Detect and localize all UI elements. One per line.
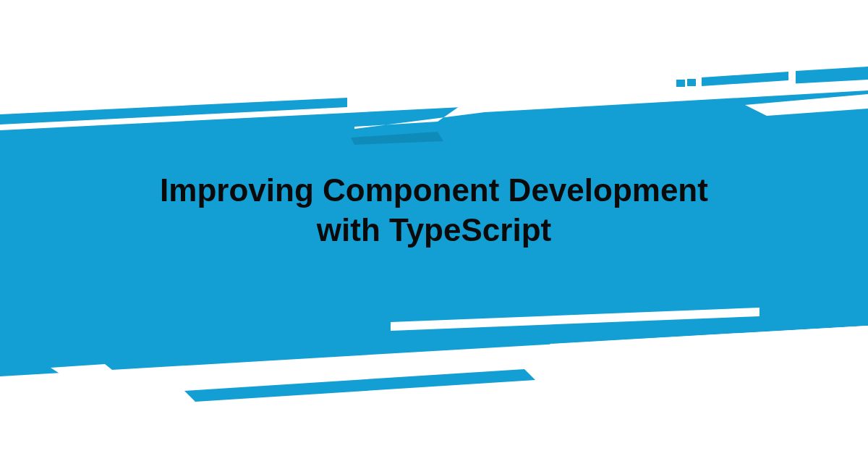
svg-rect-3 bbox=[687, 79, 696, 86]
title-line-1: Improving Component Development bbox=[160, 172, 708, 208]
title-line-2: with TypeScript bbox=[317, 212, 551, 248]
page-title: Improving Component Development with Typ… bbox=[0, 170, 868, 250]
svg-marker-4 bbox=[702, 72, 788, 86]
svg-marker-10 bbox=[184, 369, 535, 402]
svg-rect-2 bbox=[676, 80, 685, 87]
